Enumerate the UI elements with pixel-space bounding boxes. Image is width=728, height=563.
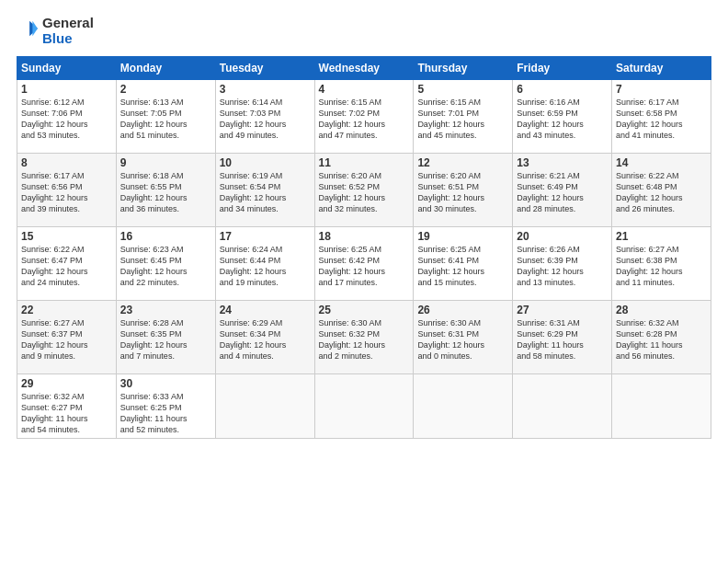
calendar-cell: 6Sunrise: 6:16 AM Sunset: 6:59 PM Daylig… <box>513 79 612 153</box>
calendar-header-row: SundayMondayTuesdayWednesdayThursdayFrid… <box>17 56 711 79</box>
calendar-cell <box>215 373 314 439</box>
day-number: 22 <box>21 304 112 316</box>
day-info: Sunrise: 6:19 AM Sunset: 6:54 PM Dayligh… <box>220 170 311 215</box>
day-header-wednesday: Wednesday <box>314 56 414 79</box>
logo-line2: Blue <box>42 30 94 46</box>
day-info: Sunrise: 6:23 AM Sunset: 6:45 PM Dayligh… <box>120 244 211 289</box>
day-info: Sunrise: 6:18 AM Sunset: 6:55 PM Dayligh… <box>120 170 211 215</box>
calendar-cell <box>612 373 711 439</box>
day-info: Sunrise: 6:27 AM Sunset: 6:37 PM Dayligh… <box>21 317 112 362</box>
day-number: 11 <box>319 156 410 169</box>
day-number: 4 <box>319 83 410 96</box>
day-info: Sunrise: 6:13 AM Sunset: 7:05 PM Dayligh… <box>120 97 211 142</box>
calendar-cell: 16Sunrise: 6:23 AM Sunset: 6:45 PM Dayli… <box>116 226 215 300</box>
day-number: 17 <box>220 230 311 243</box>
day-info: Sunrise: 6:27 AM Sunset: 6:38 PM Dayligh… <box>616 244 707 289</box>
calendar-cell <box>513 373 612 439</box>
calendar-cell: 9Sunrise: 6:18 AM Sunset: 6:55 PM Daylig… <box>116 153 215 226</box>
calendar-cell: 22Sunrise: 6:27 AM Sunset: 6:37 PM Dayli… <box>17 300 117 373</box>
calendar-cell: 7Sunrise: 6:17 AM Sunset: 6:58 PM Daylig… <box>612 79 711 153</box>
day-info: Sunrise: 6:26 AM Sunset: 6:39 PM Dayligh… <box>517 244 608 289</box>
day-number: 20 <box>517 230 608 243</box>
calendar-cell: 12Sunrise: 6:20 AM Sunset: 6:51 PM Dayli… <box>414 153 513 226</box>
day-info: Sunrise: 6:12 AM Sunset: 7:06 PM Dayligh… <box>21 97 112 142</box>
day-number: 15 <box>21 230 112 243</box>
logo-line1: General <box>42 15 94 30</box>
day-number: 24 <box>220 304 311 316</box>
day-number: 29 <box>21 377 112 390</box>
calendar-cell: 19Sunrise: 6:25 AM Sunset: 6:41 PM Dayli… <box>414 226 513 300</box>
calendar-body: 1Sunrise: 6:12 AM Sunset: 7:06 PM Daylig… <box>17 79 711 439</box>
day-number: 25 <box>319 304 410 316</box>
day-info: Sunrise: 6:14 AM Sunset: 7:03 PM Dayligh… <box>220 97 311 142</box>
day-number: 19 <box>417 230 508 243</box>
day-info: Sunrise: 6:25 AM Sunset: 6:41 PM Dayligh… <box>417 244 508 289</box>
calendar-cell: 13Sunrise: 6:21 AM Sunset: 6:49 PM Dayli… <box>513 153 612 226</box>
calendar-cell: 11Sunrise: 6:20 AM Sunset: 6:52 PM Dayli… <box>314 153 414 226</box>
day-number: 18 <box>319 230 410 243</box>
calendar-cell: 17Sunrise: 6:24 AM Sunset: 6:44 PM Dayli… <box>215 226 314 300</box>
day-number: 21 <box>616 230 707 243</box>
day-info: Sunrise: 6:28 AM Sunset: 6:35 PM Dayligh… <box>120 317 211 362</box>
calendar-cell: 18Sunrise: 6:25 AM Sunset: 6:42 PM Dayli… <box>314 226 414 300</box>
calendar-cell: 1Sunrise: 6:12 AM Sunset: 7:06 PM Daylig… <box>17 79 117 153</box>
day-info: Sunrise: 6:22 AM Sunset: 6:47 PM Dayligh… <box>21 244 112 289</box>
day-info: Sunrise: 6:15 AM Sunset: 7:01 PM Dayligh… <box>417 97 508 142</box>
day-info: Sunrise: 6:24 AM Sunset: 6:44 PM Dayligh… <box>220 244 311 289</box>
calendar-cell: 14Sunrise: 6:22 AM Sunset: 6:48 PM Dayli… <box>612 153 711 226</box>
day-header-tuesday: Tuesday <box>215 56 314 79</box>
day-number: 27 <box>517 304 608 316</box>
day-info: Sunrise: 6:33 AM Sunset: 6:25 PM Dayligh… <box>120 391 211 436</box>
day-info: Sunrise: 6:20 AM Sunset: 6:51 PM Dayligh… <box>417 170 508 215</box>
calendar-table: SundayMondayTuesdayWednesdayThursdayFrid… <box>17 56 711 440</box>
svg-marker-1 <box>32 21 38 37</box>
calendar-cell: 26Sunrise: 6:30 AM Sunset: 6:31 PM Dayli… <box>414 300 513 373</box>
calendar-cell: 4Sunrise: 6:15 AM Sunset: 7:02 PM Daylig… <box>314 79 414 153</box>
day-info: Sunrise: 6:30 AM Sunset: 6:32 PM Dayligh… <box>319 317 410 362</box>
day-info: Sunrise: 6:20 AM Sunset: 6:52 PM Dayligh… <box>319 170 410 215</box>
calendar-cell: 23Sunrise: 6:28 AM Sunset: 6:35 PM Dayli… <box>116 300 215 373</box>
calendar-cell: 2Sunrise: 6:13 AM Sunset: 7:05 PM Daylig… <box>116 79 215 153</box>
calendar-cell: 15Sunrise: 6:22 AM Sunset: 6:47 PM Dayli… <box>17 226 117 300</box>
day-number: 5 <box>417 83 508 96</box>
day-number: 2 <box>120 83 211 96</box>
calendar-cell: 20Sunrise: 6:26 AM Sunset: 6:39 PM Dayli… <box>513 226 612 300</box>
day-info: Sunrise: 6:29 AM Sunset: 6:34 PM Dayligh… <box>220 317 311 362</box>
day-number: 8 <box>21 156 112 169</box>
day-info: Sunrise: 6:17 AM Sunset: 6:58 PM Dayligh… <box>616 97 707 142</box>
day-header-monday: Monday <box>116 56 215 79</box>
day-header-saturday: Saturday <box>612 56 711 79</box>
calendar-cell: 29Sunrise: 6:32 AM Sunset: 6:27 PM Dayli… <box>17 373 117 439</box>
day-number: 1 <box>21 83 112 96</box>
day-number: 13 <box>517 156 608 169</box>
day-number: 3 <box>220 83 311 96</box>
day-number: 9 <box>120 156 211 169</box>
day-info: Sunrise: 6:32 AM Sunset: 6:28 PM Dayligh… <box>616 317 707 362</box>
day-info: Sunrise: 6:22 AM Sunset: 6:48 PM Dayligh… <box>616 170 707 215</box>
calendar-cell: 10Sunrise: 6:19 AM Sunset: 6:54 PM Dayli… <box>215 153 314 226</box>
day-number: 14 <box>616 156 707 169</box>
calendar-cell: 25Sunrise: 6:30 AM Sunset: 6:32 PM Dayli… <box>314 300 414 373</box>
day-info: Sunrise: 6:16 AM Sunset: 6:59 PM Dayligh… <box>517 97 608 142</box>
calendar-header: General Blue <box>17 15 711 47</box>
calendar-cell: 24Sunrise: 6:29 AM Sunset: 6:34 PM Dayli… <box>215 300 314 373</box>
day-header-thursday: Thursday <box>414 56 513 79</box>
day-header-sunday: Sunday <box>17 56 117 79</box>
calendar-cell: 27Sunrise: 6:31 AM Sunset: 6:29 PM Dayli… <box>513 300 612 373</box>
day-number: 23 <box>120 304 211 316</box>
day-info: Sunrise: 6:25 AM Sunset: 6:42 PM Dayligh… <box>319 244 410 289</box>
day-info: Sunrise: 6:17 AM Sunset: 6:56 PM Dayligh… <box>21 170 112 215</box>
day-number: 16 <box>120 230 211 243</box>
day-info: Sunrise: 6:15 AM Sunset: 7:02 PM Dayligh… <box>319 97 410 142</box>
day-number: 12 <box>417 156 508 169</box>
day-info: Sunrise: 6:30 AM Sunset: 6:31 PM Dayligh… <box>417 317 508 362</box>
calendar-cell: 28Sunrise: 6:32 AM Sunset: 6:28 PM Dayli… <box>612 300 711 373</box>
calendar-cell <box>414 373 513 439</box>
day-info: Sunrise: 6:21 AM Sunset: 6:49 PM Dayligh… <box>517 170 608 215</box>
calendar-cell: 8Sunrise: 6:17 AM Sunset: 6:56 PM Daylig… <box>17 153 117 226</box>
logo: General Blue <box>17 15 94 47</box>
day-number: 6 <box>517 83 608 96</box>
logo-icon <box>18 18 39 39</box>
calendar-cell: 30Sunrise: 6:33 AM Sunset: 6:25 PM Dayli… <box>116 373 215 439</box>
day-number: 26 <box>417 304 508 316</box>
